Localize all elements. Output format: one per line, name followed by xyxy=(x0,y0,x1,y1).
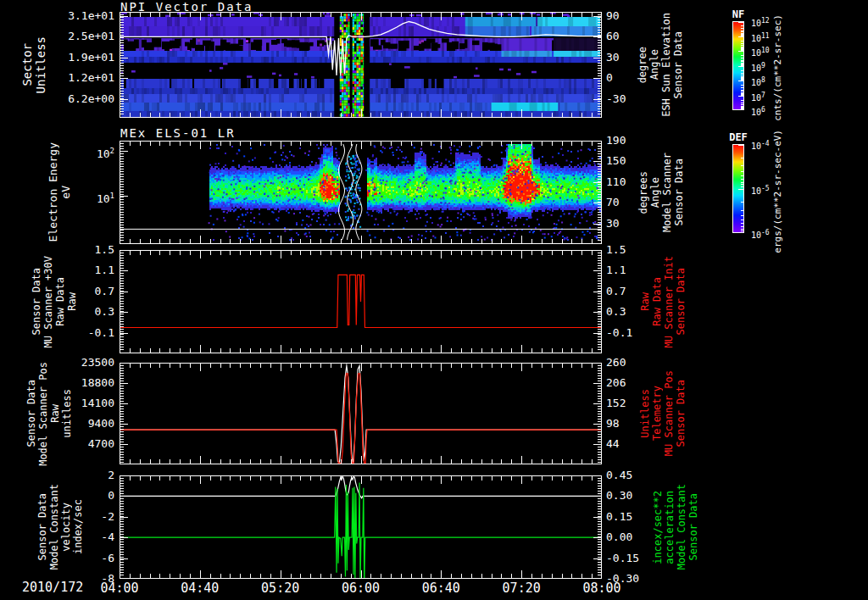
panel5-ytick-right: 0.45 xyxy=(606,469,632,482)
panel1-right-axis-label: Sensor Data ESH Sun Elevation Angle degr… xyxy=(639,12,682,118)
x-axis-tick-label: 06:40 xyxy=(415,581,466,596)
panel3-ytick-right: -0.1 xyxy=(606,326,632,340)
nf-colorbar-tick: 107 xyxy=(751,92,765,103)
panel3-ytick-right: 0.7 xyxy=(606,285,626,298)
panel3-ytick-left: 1.1 xyxy=(47,264,114,277)
panel5-ytick-left: 2 xyxy=(47,469,114,482)
panel2-right-axis-label: Sensor Data Model Scanner Angle degrees xyxy=(639,141,683,244)
nf-colorbar-tick: 1010 xyxy=(751,47,770,58)
panel3-ytick-right: 0.3 xyxy=(606,305,626,319)
panel1-ytick-right: 90 xyxy=(606,9,620,23)
def-colorbar xyxy=(732,144,744,233)
panel4-ytick-right: 260 xyxy=(606,356,626,369)
x-axis-tick-label: 04:00 xyxy=(94,581,145,596)
panel5-right-axis-label: Sensor Data Model Constant acceleration … xyxy=(654,475,697,579)
panel3-ytick-left: 1.5 xyxy=(47,243,114,257)
x-axis-tick-label: 08:00 xyxy=(576,581,627,596)
panel3-ytick-left: -0.1 xyxy=(47,326,114,340)
def-colorbar-units: ergs/(cm**2-sr-sec-eV) xyxy=(773,138,782,244)
nf-colorbar-tick: 106 xyxy=(751,106,765,117)
panel3-ytick-right: 1.1 xyxy=(606,264,626,277)
def-colorbar-tick: 10-6 xyxy=(751,229,770,240)
x-axis-tick-label: 04:40 xyxy=(175,581,225,596)
panel2-ytick-right: 150 xyxy=(606,154,626,168)
panel2-title: MEx ELS-01 LR xyxy=(120,126,236,140)
scanpos-line-canvas xyxy=(120,363,602,464)
def-colorbar-tick: 10-4 xyxy=(751,140,770,151)
panel5-ytick-right: 0.30 xyxy=(606,489,632,503)
nf-colorbar-tick: 109 xyxy=(751,62,765,73)
panel3-ytick-right: 1.5 xyxy=(606,243,626,257)
panel2-ytick-right: 110 xyxy=(606,175,626,189)
x-axis-tick-label: 07:20 xyxy=(496,581,547,596)
nf-colorbar-tick: 1012 xyxy=(751,17,770,28)
panel2-ytick-right: 30 xyxy=(606,217,620,231)
panel1-left-axis-label: Sector Unitless xyxy=(17,12,51,118)
nf-colorbar xyxy=(732,21,744,110)
nf-colorbar-title: NF xyxy=(726,8,751,20)
els-spectrogram-canvas xyxy=(120,141,602,244)
panel4-ytick-left: 18800 xyxy=(47,376,114,390)
panel4-ytick-left: 14100 xyxy=(47,397,114,410)
panel1-ytick-left: 1.2e+01 xyxy=(47,71,114,85)
panel1-ytick-right: 30 xyxy=(606,51,620,64)
panel5-ytick-left: -2 xyxy=(47,510,114,524)
nf-colorbar-tick: 1011 xyxy=(751,32,770,43)
nf-colorbar-tick: 108 xyxy=(751,76,765,87)
panel1-ytick-left: 2.5e+01 xyxy=(47,30,114,43)
panel5-ytick-left: -6 xyxy=(47,552,114,565)
nf-colorbar-units: cnts/(cm**2-sr-sec) xyxy=(773,17,782,119)
plot-page: NPI Vector Data MEx ELS-01 LR NF DEF cnt… xyxy=(0,0,868,600)
panel2-ytick-right: 190 xyxy=(606,134,626,147)
panel5-ytick-right: -0.15 xyxy=(606,552,639,565)
panel3-ytick-left: 0.3 xyxy=(47,305,114,319)
panel4-ytick-right: 44 xyxy=(606,437,620,451)
panel2-ytick-right: 70 xyxy=(606,196,620,209)
panel5-ytick-right: 0.15 xyxy=(606,510,632,524)
def-colorbar-tick: 10-5 xyxy=(751,185,770,196)
panel3-right-axis-label: Sensor Data MU Scanner Init Raw Data Raw xyxy=(643,250,683,353)
velocity-line-canvas xyxy=(120,475,602,579)
panel4-ytick-left: 9400 xyxy=(47,417,114,431)
panel4-right-axis-label: Sensor Data MU Scanner Pos Telemetry Uni… xyxy=(643,363,683,464)
panel1-ytick-right: 60 xyxy=(606,30,620,43)
x-axis-tick-label: 06:00 xyxy=(336,581,387,596)
panel5-ytick-left: -4 xyxy=(47,531,114,544)
panel2-ytick-left: 101 xyxy=(47,189,114,206)
mu30v-line-canvas xyxy=(120,250,602,353)
def-colorbar-title: DEF xyxy=(726,131,751,143)
panel1-ytick-right: -30 xyxy=(606,92,626,106)
panel4-ytick-right: 152 xyxy=(606,397,626,410)
panel1-ytick-left: 1.9e+01 xyxy=(47,51,114,64)
panel1-ytick-left: 3.1e+01 xyxy=(47,9,114,23)
panel5-ytick-left: 0 xyxy=(47,489,114,503)
panel4-ytick-right: 206 xyxy=(606,376,626,390)
panel4-ytick-right: 98 xyxy=(606,417,620,431)
panel4-ytick-left: 23500 xyxy=(47,356,114,369)
panel1-ytick-right: 0 xyxy=(606,71,613,85)
x-axis-tick-label: 05:20 xyxy=(255,581,306,596)
panel4-ytick-left: 4700 xyxy=(47,437,114,451)
panel1-ytick-left: 6.2e+00 xyxy=(47,92,114,106)
panel2-ytick-left: 102 xyxy=(47,144,114,161)
npi-spectrogram-canvas xyxy=(120,12,602,118)
panel3-ytick-left: 0.7 xyxy=(47,285,114,298)
panel5-ytick-right: 0.00 xyxy=(606,531,632,544)
